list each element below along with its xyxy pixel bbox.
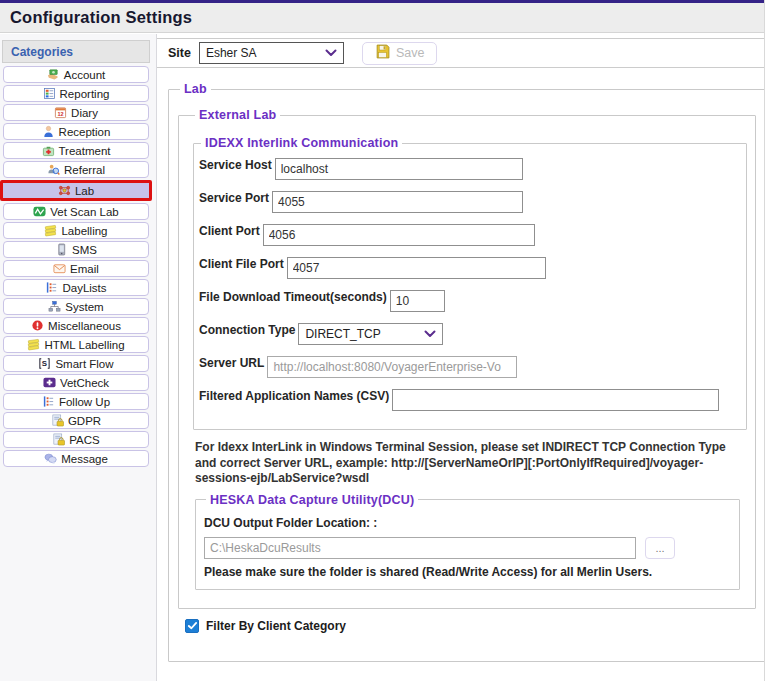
sidebar-item-referral[interactable]: Referral [3,161,149,178]
sidebar-item-account[interactable]: Account [3,66,149,83]
site-select[interactable]: Esher SA [199,42,344,64]
sidebar-item-message[interactable]: Message [3,450,149,467]
service-host-label: Service Host [199,159,272,172]
smart-flow-icon: S [38,357,51,370]
server-url-row: Server URL [199,356,736,378]
vet-scan-lab-icon [33,205,46,218]
chevron-down-icon [321,49,341,57]
connection-type-label: Connection Type [199,324,295,337]
site-toolbar: Site Esher SA Save [157,38,765,68]
dcu-output-folder-label: DCU Output Folder Location: : [204,516,729,530]
reporting-icon [43,87,56,100]
miscellaneous-icon [31,319,44,332]
service-port-label: Service Port [199,192,269,205]
account-icon [47,68,60,81]
client-port-row: Client Port [199,224,736,246]
service-port-input[interactable] [272,191,523,213]
sidebar-item-labelling[interactable]: Labelling [3,222,149,239]
svg-text:12: 12 [57,111,63,117]
sidebar-item-reception[interactable]: Reception [3,123,149,140]
site-select-value: Esher SA [206,46,257,60]
sidebar-item-reporting[interactable]: Reporting [3,85,149,102]
site-label: Site [168,46,191,60]
external-lab-fieldset: External Lab IDEXX Interlink Communicati… [178,108,756,609]
follow-up-icon [42,395,55,408]
idexx-terminal-session-note: For Idexx InterLink in Windows Terminal … [195,440,747,487]
sms-icon [55,243,68,256]
sidebar-item-miscellaneous[interactable]: Miscellaneous [3,317,149,334]
sidebar-item-email[interactable]: Email [3,260,149,277]
filtered-application-names-label: Filtered Application Names (CSV) [199,390,389,403]
page-header: Configuration Settings [0,3,765,33]
server-url-label: Server URL [199,357,264,370]
page-title: Configuration Settings [10,8,192,27]
dcu-folder-row: ... [204,537,729,559]
sidebar-item-sms[interactable]: SMS [3,241,149,258]
heska-dcu-legend: HESKA Data Capture Utility(DCU) [206,493,418,507]
file-download-timeout-row: File Download Timeout(seconds) [199,290,736,312]
filter-by-client-category-checkbox[interactable] [185,619,199,633]
lab-legend: Lab [180,82,211,96]
file-download-timeout-input[interactable] [390,290,445,312]
reception-icon [42,125,55,138]
idexx-fieldset: IDEXX Interlink Communication Service Ho… [193,136,747,430]
save-button[interactable]: Save [362,42,438,65]
connection-type-select[interactable]: DIRECT_TCP [298,323,443,345]
sidebar-item-gdpr[interactable]: GDPR [3,412,149,429]
lab-fieldset: Lab External Lab IDEXX Interlink Communi… [168,82,765,662]
sidebar-item-vet-scan-lab[interactable]: Vet Scan Lab [3,203,149,220]
connection-type-row: Connection Type DIRECT_TCP [199,323,736,345]
vetcheck-icon [43,376,56,389]
service-host-row: Service Host [199,158,736,180]
sidebar-item-lab[interactable]: Lab [0,180,152,201]
file-download-timeout-label: File Download Timeout(seconds) [199,291,387,304]
client-file-port-label: Client File Port [199,258,284,271]
filter-by-client-category-label: Filter By Client Category [206,619,346,633]
system-icon [48,300,61,313]
filtered-application-names-row: Filtered Application Names (CSV) [199,389,736,411]
client-port-input[interactable] [263,224,535,246]
main-panel: Site Esher SA Save Lab External Lab IDEX… [157,34,765,681]
server-url-input[interactable] [267,356,517,378]
categories-header: Categories [2,40,150,63]
diary-icon: 12 [54,106,67,119]
client-port-label: Client Port [199,225,260,238]
categories-sidebar: Categories Account Reporting 12 Diary Re… [0,34,157,681]
heska-shared-folder-note: Please make sure the folder is shared (R… [204,565,729,579]
referral-icon [47,163,60,176]
sidebar-item-treatment[interactable]: Treatment [3,142,149,159]
filtered-application-names-input[interactable] [392,389,719,411]
dcu-folder-input[interactable] [204,537,636,559]
settings-content: Lab External Lab IDEXX Interlink Communi… [157,82,765,662]
save-icon [375,44,390,62]
sidebar-item-diary[interactable]: 12 Diary [3,104,149,121]
idexx-legend: IDEXX Interlink Communication [201,136,402,150]
labelling-icon [44,224,57,237]
browse-button[interactable]: ... [645,537,675,559]
sidebar-item-daylists[interactable]: DayLists [3,279,149,296]
gdpr-icon [51,414,64,427]
sidebar-item-html-labelling[interactable]: HTML Labelling [3,336,149,353]
sidebar-item-pacs[interactable]: PACS [3,431,149,448]
lab-icon [58,184,71,197]
client-file-port-input[interactable] [287,257,546,279]
connection-type-value: DIRECT_TCP [305,327,380,341]
sidebar-item-smart-flow[interactable]: S Smart Flow [3,355,149,372]
service-port-row: Service Port [199,191,736,213]
check-icon [187,620,198,631]
pacs-icon [52,433,65,446]
sidebar-item-follow-up[interactable]: Follow Up [3,393,149,410]
external-lab-legend: External Lab [195,108,280,122]
sidebar-item-vetcheck[interactable]: VetCheck [3,374,149,391]
message-icon [44,452,57,465]
email-icon [53,262,66,275]
sidebar-item-system[interactable]: System [3,298,149,315]
service-host-input[interactable] [275,158,523,180]
treatment-icon [42,144,55,157]
html-labelling-icon [27,338,40,351]
client-file-port-row: Client File Port [199,257,736,279]
daylists-icon [45,281,58,294]
save-button-label: Save [396,46,425,60]
heska-dcu-fieldset: HESKA Data Capture Utility(DCU) DCU Outp… [195,493,740,590]
chevron-down-icon [420,330,440,338]
